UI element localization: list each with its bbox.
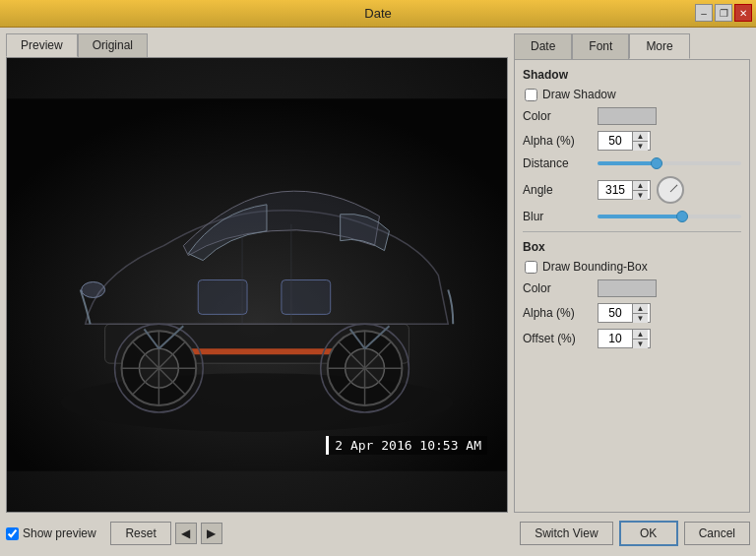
draw-shadow-label: Draw Shadow: [542, 88, 616, 101]
shadow-distance-slider-container: [598, 161, 741, 165]
shadow-alpha-input[interactable]: [598, 134, 632, 148]
ok-button[interactable]: OK: [619, 521, 678, 546]
box-alpha-arrows: ▲ ▼: [632, 304, 648, 322]
shadow-blur-label: Blur: [523, 210, 592, 223]
box-color-swatch[interactable]: [598, 279, 657, 297]
shadow-angle-up[interactable]: ▲: [633, 181, 648, 191]
svg-rect-22: [198, 280, 247, 315]
restore-button[interactable]: ❐: [715, 4, 732, 22]
bottom-bar: Show preview Reset ◀ ▶ Switch View OK Ca…: [6, 517, 750, 550]
shadow-blur-slider-container: [598, 215, 741, 218]
shadow-color-label: Color: [523, 109, 592, 123]
close-button[interactable]: ✕: [734, 4, 752, 22]
box-offset-row: Offset (%) ▲ ▼: [523, 329, 741, 348]
shadow-blur-slider[interactable]: [598, 215, 741, 218]
draw-box-row: Draw Bounding-Box: [525, 260, 741, 274]
car-image: 2 Apr 2016 10:53 AM: [7, 58, 507, 512]
shadow-angle-row: Angle ▲ ▼: [523, 176, 741, 204]
box-section-label: Box: [523, 240, 741, 254]
prev-button[interactable]: ◀: [175, 523, 197, 544]
switch-view-button[interactable]: Switch View: [520, 522, 612, 545]
date-overlay: 2 Apr 2016 10:53 AM: [326, 436, 487, 455]
right-content: Shadow Draw Shadow Color Alpha (%) ▲: [514, 60, 750, 513]
shadow-alpha-up[interactable]: ▲: [633, 132, 648, 142]
show-preview-checkbox[interactable]: [6, 527, 19, 540]
box-alpha-label: Alpha (%): [523, 306, 592, 320]
shadow-blur-row: Blur: [523, 210, 741, 223]
next-button[interactable]: ▶: [201, 523, 222, 544]
draw-shadow-checkbox[interactable]: [525, 89, 537, 101]
main-area: Preview Original: [6, 33, 750, 513]
box-color-label: Color: [523, 281, 592, 295]
shadow-distance-row: Distance: [523, 156, 741, 170]
box-offset-down[interactable]: ▼: [633, 340, 648, 348]
tab-font[interactable]: Font: [572, 33, 629, 59]
preview-tabs: Preview Original: [6, 33, 508, 57]
tab-preview[interactable]: Preview: [6, 33, 78, 57]
shadow-alpha-spinbox: ▲ ▼: [598, 131, 651, 151]
preview-area: 2 Apr 2016 10:53 AM: [6, 57, 508, 513]
shadow-alpha-arrows: ▲ ▼: [632, 132, 648, 150]
draw-box-label: Draw Bounding-Box: [542, 260, 648, 274]
title-bar: Date – ❐ ✕: [0, 0, 756, 28]
show-preview-label: Show preview: [23, 526, 96, 540]
tab-original[interactable]: Original: [78, 33, 148, 57]
box-color-row: Color: [523, 279, 741, 297]
angle-circle[interactable]: [657, 176, 684, 204]
window-controls: – ❐ ✕: [695, 4, 752, 22]
shadow-alpha-down[interactable]: ▼: [633, 142, 648, 151]
box-offset-spinbox: ▲ ▼: [598, 329, 651, 348]
shadow-section-label: Shadow: [523, 68, 741, 82]
shadow-alpha-row: Alpha (%) ▲ ▼: [523, 131, 741, 151]
shadow-angle-spinbox: ▲ ▼: [598, 180, 651, 200]
box-alpha-input[interactable]: [598, 306, 632, 320]
shadow-angle-label: Angle: [523, 183, 592, 197]
box-alpha-spinbox: ▲ ▼: [598, 303, 651, 323]
shadow-distance-label: Distance: [523, 156, 592, 170]
reset-button[interactable]: Reset: [110, 522, 170, 545]
window-title: Date: [364, 6, 391, 21]
box-offset-arrows: ▲ ▼: [632, 330, 648, 347]
svg-rect-23: [282, 280, 331, 315]
minimize-button[interactable]: –: [695, 4, 713, 22]
shadow-distance-slider[interactable]: [598, 161, 741, 165]
box-alpha-down[interactable]: ▼: [633, 314, 648, 323]
box-offset-input[interactable]: [598, 332, 632, 345]
bottom-right: Switch View OK Cancel: [520, 521, 750, 546]
shadow-alpha-label: Alpha (%): [523, 134, 592, 148]
left-panel: Preview Original: [6, 33, 508, 513]
shadow-angle-input[interactable]: [598, 183, 632, 197]
shadow-angle-arrows: ▲ ▼: [632, 181, 648, 199]
right-panel: Date Font More Shadow Draw Shadow Color: [514, 33, 750, 513]
box-alpha-row: Alpha (%) ▲ ▼: [523, 303, 741, 323]
bottom-left: Show preview Reset ◀ ▶: [6, 522, 222, 545]
right-tabs: Date Font More: [514, 33, 750, 60]
nav-buttons: ◀ ▶: [175, 523, 222, 544]
box-offset-up[interactable]: ▲: [633, 330, 648, 340]
box-offset-label: Offset (%): [523, 332, 592, 345]
shadow-color-swatch[interactable]: [598, 107, 657, 125]
draw-shadow-row: Draw Shadow: [525, 88, 741, 101]
box-alpha-up[interactable]: ▲: [633, 304, 648, 314]
shadow-angle-down[interactable]: ▼: [633, 191, 648, 200]
draw-box-checkbox[interactable]: [525, 261, 537, 274]
tab-date[interactable]: Date: [514, 33, 572, 59]
svg-point-26: [82, 282, 105, 298]
tab-more[interactable]: More: [629, 33, 689, 59]
angle-line: [670, 185, 678, 193]
window-body: Preview Original: [0, 28, 756, 556]
cancel-button[interactable]: Cancel: [684, 522, 750, 545]
section-divider: [523, 231, 741, 232]
shadow-color-row: Color: [523, 107, 741, 125]
